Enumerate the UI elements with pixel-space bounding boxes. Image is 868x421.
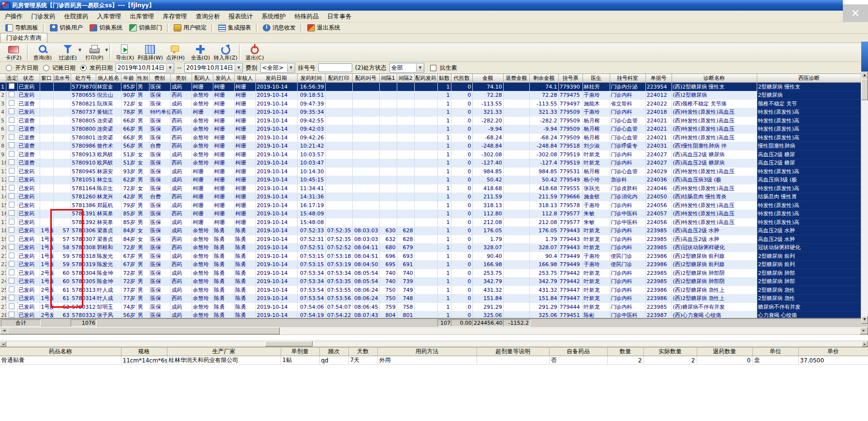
row-checkbox[interactable] xyxy=(9,270,15,275)
reg-no-input[interactable] xyxy=(318,63,352,72)
row-checkbox[interactable] xyxy=(9,253,15,258)
drug-column-header[interactable]: 自备药品 xyxy=(549,347,607,356)
column-header[interactable]: 诊断名称 xyxy=(672,74,757,83)
scroll-down-icon[interactable]: ▼ xyxy=(861,316,868,324)
column-header[interactable]: 发药人 xyxy=(213,74,234,83)
scroll-right-icon[interactable]: ► xyxy=(862,341,868,346)
row-checkbox[interactable] xyxy=(9,176,15,182)
review-button[interactable]: 点评(H) xyxy=(163,44,188,61)
table-row[interactable]: 27已发药1号发625780312邹明玉74岁男医保成药余慧玲陈勇陈勇2019-… xyxy=(0,303,861,312)
drug-row[interactable]: 骨通贴膏11cm*14cm*6s桂林华润天和药业有限公司1贴qd7天外用否220… xyxy=(0,356,868,365)
row-checkbox[interactable] xyxy=(9,168,15,174)
table-row[interactable]: 6已退费5780800连奕诺66岁男医保西药余慧玲柯珊柯珊2019-10-140… xyxy=(0,125,861,134)
row-checkbox[interactable] xyxy=(9,151,15,157)
row-checkbox[interactable] xyxy=(9,312,15,317)
column-header[interactable]: 单据号 xyxy=(645,74,672,83)
column-header[interactable]: 处方号 xyxy=(71,74,96,83)
table-row[interactable]: 26已发药1号发615780314叶人成77岁男医保西药余慧玲陈勇陈勇2019-… xyxy=(0,294,861,303)
column-header[interactable]: 间隔1 xyxy=(379,74,397,83)
table-row[interactable]: 3已退费5780821阮珠英72岁女医保成药余慧玲柯珊柯珊2019-10-140… xyxy=(0,100,861,108)
radio-account-date[interactable] xyxy=(43,65,49,71)
chevron-down-icon[interactable]: ▼ xyxy=(235,64,242,72)
switch-dept-button[interactable]: 切换部门 xyxy=(126,23,165,33)
table-row[interactable]: 1已发药5779870林宜金85岁男医保成药柯珊柯珊柯珊2019-10-1416… xyxy=(0,83,861,91)
row-checkbox[interactable] xyxy=(9,125,15,131)
row-checkbox[interactable] xyxy=(9,295,15,301)
scroll-up-icon[interactable]: ▲ xyxy=(861,72,868,79)
row-checkbox[interactable] xyxy=(9,100,15,106)
table-row[interactable]: 2已发药5780655倪云山90岁男医保西药余慧玲柯珊柯珊2019-10-140… xyxy=(0,91,861,100)
radio-dispense-date[interactable] xyxy=(80,65,87,71)
row-checkbox[interactable] xyxy=(9,278,15,284)
drug-column-header[interactable]: 天数 xyxy=(348,347,377,356)
drug-column-header[interactable]: 用药方法 xyxy=(377,347,477,356)
drug-column-header[interactable]: 频次 xyxy=(319,347,348,356)
column-select-button[interactable]: 列选择(W) xyxy=(137,44,163,61)
exit-button[interactable]: 退出(C) xyxy=(242,44,267,61)
column-header[interactable]: 贴数 xyxy=(437,74,451,83)
tab-outpatient-rx-query[interactable]: 门诊处方查询 xyxy=(0,33,47,43)
exit-system-button[interactable]: 退出系统 xyxy=(304,23,344,33)
column-header[interactable]: 配药人 xyxy=(192,74,213,83)
drug-column-header[interactable]: 药品名称 xyxy=(0,347,121,356)
menu-item[interactable]: 入库管理 xyxy=(93,11,126,22)
rx-status-select[interactable]: 全部 ▼ xyxy=(389,63,424,73)
column-header[interactable]: 类别 xyxy=(170,74,192,83)
table-row[interactable]: 28已发药2号发635780332张子风56岁男医保成药余慧玲陈勇陈勇2019-… xyxy=(0,311,861,318)
chevron-down-icon[interactable]: ▼ xyxy=(287,64,295,72)
row-checkbox[interactable] xyxy=(9,244,15,250)
drug-column-header[interactable]: 超剂量等说明 xyxy=(477,347,549,356)
read-card-button[interactable]: 卡(F2) xyxy=(1,44,26,61)
chevron-down-icon[interactable]: ▼ xyxy=(105,48,108,52)
vertical-scrollbar[interactable]: ▲ ▼ xyxy=(861,72,868,324)
column-header[interactable]: 医生 xyxy=(583,74,610,83)
row-checkbox[interactable] xyxy=(9,210,15,216)
column-header[interactable]: 代煎数 xyxy=(451,74,472,83)
chevron-down-icon[interactable]: ▼ xyxy=(416,64,424,72)
row-checkbox[interactable] xyxy=(9,193,15,199)
row-checkbox[interactable] xyxy=(9,83,15,89)
column-header[interactable]: 配药发药 xyxy=(414,74,437,83)
column-header[interactable]: 审核人 xyxy=(234,74,255,83)
table-row[interactable]: 9已退费5780913欧风钗51岁女医保成药余慧玲柯珊柯珊2019-10-141… xyxy=(0,150,861,159)
column-header[interactable]: 金额 xyxy=(472,74,503,83)
menu-item[interactable]: 日常事务 xyxy=(323,11,356,22)
table-row[interactable]: 8已退费5780986曾作术56岁男自费西药余慧玲柯珊柯珊2019-10-141… xyxy=(0,142,861,150)
row-checkbox[interactable] xyxy=(9,303,15,309)
row-checkbox[interactable] xyxy=(9,117,15,123)
column-header[interactable]: 发药日期 xyxy=(255,74,297,83)
column-header[interactable]: 西医诊断 xyxy=(757,74,861,83)
table-row[interactable]: 7已退费5780801连奕诺66岁男医保西药余慧玲柯珊柯珊2019-10-140… xyxy=(0,134,861,142)
column-header[interactable]: 性别 xyxy=(136,74,149,83)
table-row[interactable]: 19已发药1号发575780307梁喜贞84岁女医保西药余慧玲陈勇陈勇2019-… xyxy=(0,235,861,244)
column-header[interactable]: 费别 xyxy=(149,74,170,83)
row-checkbox[interactable] xyxy=(9,227,15,233)
close-button[interactable]: ✕ xyxy=(843,4,868,22)
table-row[interactable]: 4已发药5780737黄锦江78岁男特约单位西药柯珊柯珊柯珊2019-10-14… xyxy=(0,108,861,117)
scroll-left-icon[interactable]: ◄ xyxy=(0,327,8,334)
column-header[interactable]: 挂号科室 xyxy=(610,74,645,83)
menu-item[interactable]: 住院摆药 xyxy=(60,11,93,22)
table-row[interactable]: 18已发药1号发575780306梁喜贞84岁女医保成药余慧玲陈勇陈勇2019-… xyxy=(0,226,861,235)
menu-item[interactable]: 特殊药品 xyxy=(290,11,323,22)
drug-column-header[interactable]: 单位 xyxy=(752,347,798,356)
table-row[interactable]: 20已发药1号发585780308郭根和72岁男医保西药余慧玲陈勇陈勇2019-… xyxy=(0,243,861,252)
column-header[interactable]: 状态 xyxy=(17,74,40,83)
table-row[interactable]: 25已发药2号发615780313叶人成77岁男医保成药余慧玲陈勇陈勇2019-… xyxy=(0,286,861,295)
menu-item[interactable]: 系统维护 xyxy=(257,11,290,22)
menu-item[interactable]: 查询分析 xyxy=(192,11,224,22)
menu-item[interactable]: 出库管理 xyxy=(126,11,159,22)
menu-item[interactable]: 门诊发药 xyxy=(27,11,60,22)
scroll-thumb[interactable] xyxy=(861,79,868,100)
export-button[interactable]: 导出(X) xyxy=(112,44,137,61)
date-from-picker[interactable]: 2019年10月14日 ▼ xyxy=(116,63,174,73)
table-row[interactable]: 14已发药5781260林龙兴42岁男自费西药柯珊柯珊柯珊2019-10-141… xyxy=(0,193,861,201)
column-header[interactable]: 病人姓名 xyxy=(96,74,121,83)
row-checkbox[interactable] xyxy=(9,108,15,114)
table-row[interactable]: 24已发药1号发605780305陈金坤72岁男医保西药余慧玲陈勇陈勇2019-… xyxy=(0,277,861,286)
row-checkbox[interactable] xyxy=(9,142,15,148)
antibiotic-checkbox[interactable] xyxy=(430,65,436,71)
row-checkbox[interactable] xyxy=(9,261,15,267)
radio-open-date[interactable] xyxy=(6,65,12,71)
row-checkbox[interactable] xyxy=(9,202,15,208)
